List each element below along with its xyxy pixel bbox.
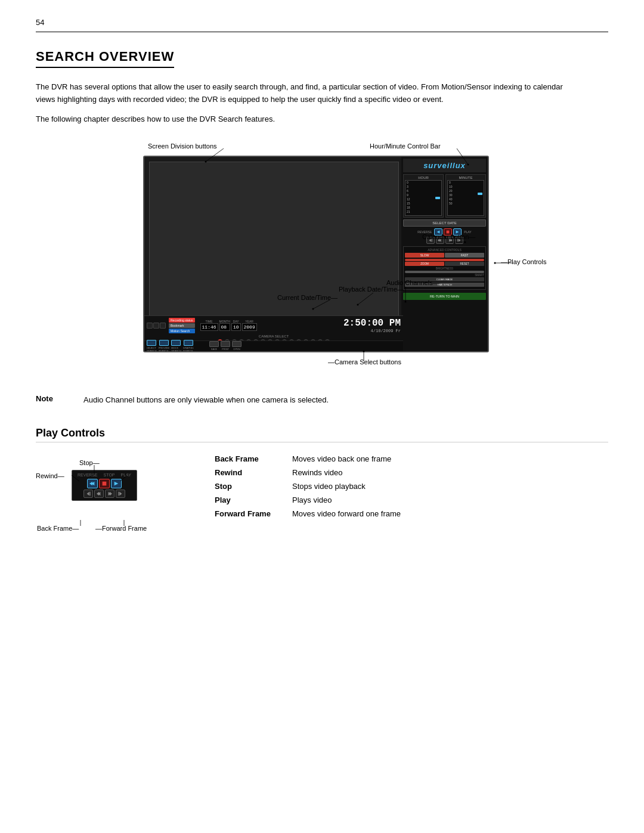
back-frame-label: Back Frame— — [37, 525, 79, 532]
hour-minute-bar: HOUR 036912151821 MINUTE — [403, 174, 486, 218]
svg-marker-30 — [114, 482, 119, 486]
stop-label: Stop— — [79, 459, 100, 466]
pc-back-frame-btn[interactable] — [83, 490, 93, 498]
play-controls-layout: Stop— Rewind— —Play Back Frame— —Forward… — [36, 454, 608, 550]
svg-marker-31 — [87, 492, 89, 496]
ctrl-desc-rewind: Rewinds video — [292, 468, 343, 477]
following-text: The following chapter describes how to u… — [36, 114, 608, 123]
table-row: Back Frame Moves video back one frame — [215, 454, 608, 463]
ctrl-name-rewind: Rewind — [215, 468, 292, 477]
play-controls-label: —Play Controls — [501, 258, 546, 265]
ctrl-desc-forward-frame: Moves video forward one frame — [292, 509, 401, 518]
current-datetime-label: Current Date/Time— — [277, 294, 338, 301]
dvr-screen: surveillux HOUR 036912151821 — [143, 156, 489, 352]
table-row: Rewind Rewinds video — [215, 468, 608, 477]
rewind-label: Rewind— — [36, 472, 64, 479]
surveillux-logo: surveillux — [403, 159, 486, 172]
diagram-wrapper: Screen Division buttons Hour/Minute Cont… — [95, 138, 549, 376]
calendar-btn-label: Calendar button— — [422, 233, 475, 240]
table-row: Play Plays video — [215, 496, 608, 504]
note-text: Audio Channel buttons are only viewable … — [83, 394, 329, 406]
ctrl-desc-back-frame: Moves video back one frame — [292, 454, 391, 463]
diagram-container: Screen Division buttons Hour/Minute Cont… — [36, 138, 608, 376]
ctrl-name-forward-frame: Forward Frame — [215, 509, 292, 518]
pc-annotation-lines — [36, 454, 191, 550]
table-row: Stop Stops video playback — [215, 482, 608, 491]
pc-rewind-btn[interactable] — [87, 479, 98, 488]
hour-minute-label: Hour/Minute Control Bar — [370, 143, 441, 150]
controls-table: Back Frame Moves video back one frame Re… — [215, 454, 608, 523]
select-date-btn[interactable]: SELECT DATE — [403, 219, 486, 227]
pc-stop-btn[interactable] — [99, 479, 110, 488]
intro-text: The DVR has several options that allow t… — [36, 81, 572, 106]
top-rule — [36, 32, 608, 32]
forward-frame-label: —Forward Frame — [95, 525, 147, 532]
svg-marker-34 — [97, 492, 99, 496]
ctrl-name-stop: Stop — [215, 482, 292, 491]
dvr-right-panel: surveillux HOUR 036912151821 — [401, 157, 488, 351]
screen-division-label: Screen Division buttons — [148, 143, 217, 150]
pc-play-btn[interactable] — [111, 479, 122, 488]
page-container: 54 SEARCH OVERVIEW The DVR has several o… — [0, 0, 644, 833]
note-section: Note Audio Channel buttons are only view… — [36, 394, 608, 406]
ctrl-desc-stop: Stops video playback — [292, 482, 366, 491]
table-row: Forward Frame Moves video forward one fr… — [215, 509, 608, 518]
pc-forward-frame-btn[interactable] — [116, 490, 125, 498]
dvr-action-btns: OBJECTSEARCH PREVIEWSEARCH MOCKSEARCH GR… — [144, 340, 403, 351]
svg-point-18 — [494, 262, 496, 264]
note-label: Note — [36, 394, 72, 406]
pc-prev-btn[interactable] — [94, 490, 104, 498]
page-number: 54 — [36, 18, 608, 27]
ctrl-name-play: Play — [215, 496, 292, 504]
svg-marker-28 — [89, 482, 92, 486]
pc-next-btn[interactable] — [105, 490, 114, 498]
svg-rect-38 — [118, 492, 119, 496]
ctrl-desc-play: Plays video — [292, 496, 332, 504]
ctrl-name-back-frame: Back Frame — [215, 454, 292, 463]
play-controls-diagram: Stop— Rewind— —Play Back Frame— —Forward… — [36, 454, 191, 550]
camera-select-label: —Camera Select buttons — [328, 358, 401, 366]
svg-marker-37 — [119, 492, 122, 496]
svg-rect-32 — [89, 492, 90, 496]
pc-panel: REVERSE STOP PLAY — [72, 470, 137, 501]
play-controls-section: Play Controls Stop— Rewind— —Play Back F… — [36, 427, 608, 550]
section-title-block: SEARCH OVERVIEW — [36, 49, 608, 70]
subsection-title: Play Controls — [36, 427, 608, 442]
return-to-main-btn[interactable]: RE-TURN TO MAIN — [403, 293, 486, 300]
playback-datetime-label: Playback Date/Time— — [339, 286, 404, 293]
section-title: SEARCH OVERVIEW — [36, 49, 174, 68]
svg-marker-36 — [110, 492, 112, 496]
svg-rect-29 — [103, 482, 107, 486]
